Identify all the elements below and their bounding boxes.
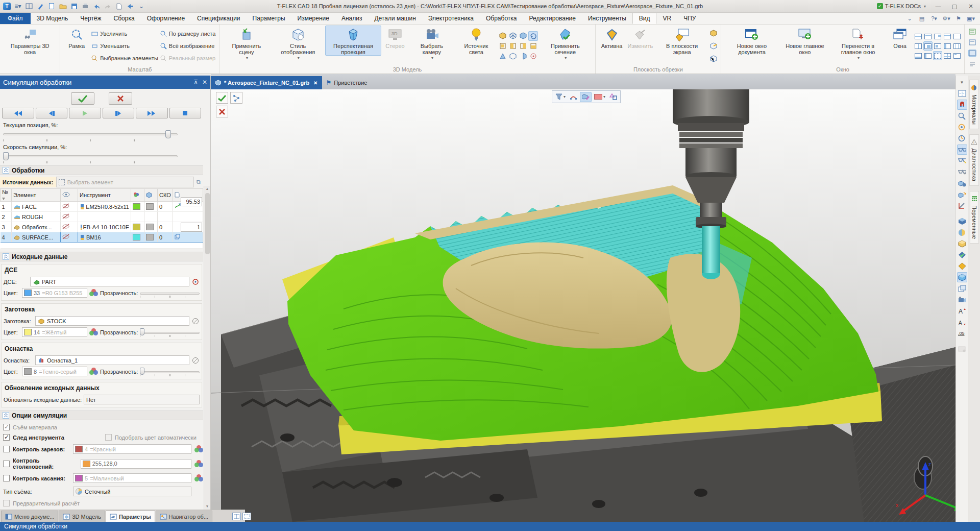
tab-close-icon[interactable]: ✕	[313, 80, 317, 86]
stock-color-combo[interactable]: 14=Жёлтый	[22, 327, 87, 337]
cancel-button[interactable]	[109, 92, 132, 105]
cube-wire-icon[interactable]	[508, 52, 518, 61]
maximize-button[interactable]: ▢	[947, 1, 962, 11]
new-doc-window-button[interactable]: Новое окно документа	[724, 26, 780, 56]
color-wheel-icon[interactable]	[194, 474, 203, 482]
redo-icon[interactable]	[104, 2, 112, 10]
tool-trace-checkbox[interactable]	[3, 434, 10, 441]
panel-scrollbar[interactable]: ▲ ▼	[204, 186, 210, 510]
tab-3d-model[interactable]: 3D Модель	[59, 511, 105, 522]
minimize-button[interactable]: —	[931, 1, 945, 11]
col-num[interactable]: №	[1, 189, 12, 202]
camera-view-icon[interactable]	[957, 295, 967, 305]
target-icon[interactable]	[528, 52, 538, 61]
touch-color-combo[interactable]: 5=Малиновый	[73, 473, 191, 483]
scroll-thumb[interactable]	[205, 193, 210, 254]
pin-icon[interactable]: ⊼	[193, 79, 198, 86]
color-wheel-icon[interactable]	[89, 368, 98, 375]
main-menu-icon[interactable]: ≡▾	[14, 2, 22, 10]
menu-file[interactable]: Файл	[0, 13, 31, 24]
edit-mode-icon[interactable]	[580, 92, 592, 102]
gouge-color-combo[interactable]: 4=Красный	[73, 444, 191, 454]
tab-materials[interactable]: Материалы	[969, 80, 979, 129]
tabbed-icon[interactable]	[952, 51, 962, 60]
tab-variables[interactable]: Переменные	[970, 191, 979, 244]
collision-color-combo[interactable]: 255,128,0	[81, 459, 191, 469]
removal-type-dropdown[interactable]: Сеточный	[73, 487, 191, 496]
rewind-button[interactable]	[2, 108, 34, 118]
float-icon[interactable]	[933, 51, 942, 60]
dse-field[interactable]: PART	[30, 277, 189, 286]
grid-windows-icon[interactable]	[943, 51, 952, 60]
tab-navigator[interactable]: Навигатор об...	[156, 511, 213, 522]
split-left-icon[interactable]	[943, 41, 952, 51]
clip-active-button[interactable]: Активна	[598, 26, 626, 50]
collapse-icon[interactable]	[3, 253, 9, 260]
menu-editing[interactable]: Редактирование	[523, 13, 582, 24]
select-path-icon[interactable]	[568, 92, 579, 102]
window-layout-icon[interactable]	[25, 2, 33, 10]
scene-settings-icon[interactable]	[957, 178, 967, 188]
stock-field[interactable]: STOCK	[35, 316, 189, 326]
trace-color-swatch[interactable]	[146, 234, 154, 240]
speed-slider-track[interactable]	[3, 155, 178, 157]
arrange-horizontal-icon[interactable]	[914, 32, 923, 41]
menu-3d-model[interactable]: 3D Модель	[31, 13, 75, 24]
dock-left-icon[interactable]	[923, 51, 933, 60]
flag-icon[interactable]: ⚑	[954, 15, 963, 22]
close-all-icon[interactable]	[923, 32, 933, 41]
box-mode-icon[interactable]	[957, 238, 967, 249]
menu-drawing[interactable]: Чертёж	[74, 13, 107, 24]
stereo-button[interactable]: 3D Стерео	[381, 26, 409, 50]
tab-welcome[interactable]: ⚑ Приветствие	[322, 76, 372, 89]
col-tool[interactable]: Инструмент	[78, 189, 131, 202]
zoom-dynamic-icon[interactable]	[957, 133, 967, 143]
glasses-select-icon[interactable]	[957, 156, 967, 166]
wireframe-view-icon[interactable]	[508, 31, 518, 41]
notebook-icon[interactable]	[47, 2, 56, 10]
solid-mode-icon[interactable]	[957, 272, 967, 282]
undo-icon[interactable]	[92, 2, 101, 10]
frame-zoom-button[interactable]: Рамка	[63, 26, 90, 50]
scroll-down-icon[interactable]: ▼	[206, 503, 209, 510]
source-data-section-header[interactable]: Исходные данные	[0, 252, 203, 261]
material-removal-checkbox[interactable]	[3, 424, 10, 430]
tab-list-icon[interactable]	[242, 513, 251, 520]
color-wheel-icon[interactable]	[89, 289, 98, 297]
op-color-swatch[interactable]	[133, 203, 140, 210]
windows-button[interactable]: Окна	[886, 26, 914, 50]
data-source-field[interactable]: Выбрать элемент	[56, 177, 194, 187]
duplicate-icon[interactable]	[933, 41, 942, 51]
trace-color-swatch[interactable]	[146, 203, 154, 210]
filter-icon[interactable]	[554, 92, 567, 102]
collapse-icon[interactable]	[3, 412, 9, 419]
split-cols-icon[interactable]	[952, 41, 962, 51]
settings-gear-icon[interactable]: ⚙▾	[942, 15, 950, 22]
col-color[interactable]	[131, 189, 144, 202]
reference-icon[interactable]: ▤	[918, 15, 926, 22]
color-wheel-icon[interactable]	[194, 445, 203, 453]
glasses-options-icon[interactable]	[957, 167, 967, 177]
trace-color-swatch[interactable]	[146, 224, 154, 230]
snap-magnet-icon[interactable]	[957, 100, 967, 110]
layout-icon[interactable]: ▣▾	[967, 15, 975, 22]
machining-section-header[interactable]: Обработки	[0, 165, 203, 175]
app-logo-icon[interactable]: T	[3, 3, 11, 10]
col-trace[interactable]	[144, 189, 158, 202]
move-body-icon[interactable]	[957, 189, 967, 200]
table-row[interactable]: 1 FACE EM25R0.8-52x11 0	[1, 202, 203, 212]
history-back-icon[interactable]	[126, 2, 134, 10]
position-slider-thumb[interactable]	[165, 130, 171, 138]
menu-measure[interactable]: Измерение	[291, 13, 335, 24]
highlight-color-icon[interactable]	[593, 92, 607, 102]
speed-slider[interactable]	[3, 151, 178, 162]
eye-off-icon[interactable]	[62, 234, 70, 239]
menu-layout[interactable]: Оформление	[141, 13, 191, 24]
new-main-window-button[interactable]: Новое главное окно	[780, 26, 830, 56]
pick-target-icon[interactable]	[191, 278, 200, 285]
table-row[interactable]: 2 ROUGH	[1, 212, 203, 222]
box-face-icon-2[interactable]	[508, 41, 518, 51]
clip-cube-icon-2[interactable]	[710, 42, 717, 50]
col-visibility[interactable]	[61, 189, 78, 202]
cone-view-icon[interactable]	[498, 52, 507, 61]
